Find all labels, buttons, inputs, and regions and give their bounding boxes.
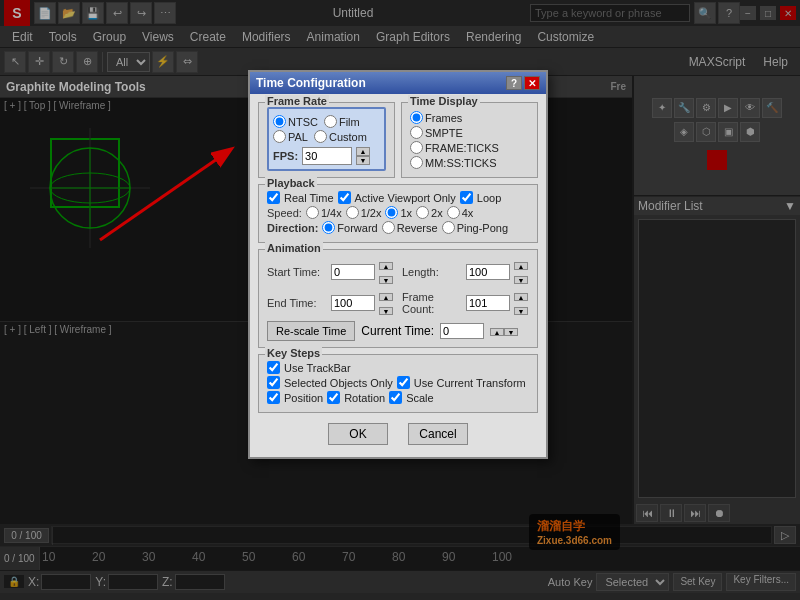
end-time-label: End Time: — [267, 297, 327, 309]
end-time-spinner[interactable]: ▲▼ — [379, 289, 394, 317]
key-steps-title: Key Steps — [265, 347, 322, 359]
fc-dn[interactable]: ▼ — [514, 307, 528, 315]
realtime-checkbox[interactable] — [267, 191, 280, 204]
smpte-radio[interactable]: SMPTE — [410, 126, 529, 139]
frame-count-spinner[interactable]: ▲▼ — [514, 289, 529, 317]
speed-2x-label: 2x — [431, 207, 443, 219]
end-time-input[interactable] — [331, 295, 375, 311]
film-label: Film — [339, 116, 360, 128]
position-label: Position — [284, 392, 323, 404]
loop-label: Loop — [477, 192, 501, 204]
use-trackbar-label: Use TrackBar — [284, 362, 351, 374]
ok-button[interactable]: OK — [328, 423, 388, 445]
frames-label: Frames — [425, 112, 462, 124]
use-trackbar-row: Use TrackBar — [267, 361, 529, 374]
speed-1-2-label: 1/2x — [361, 207, 382, 219]
length-label: Length: — [402, 266, 462, 278]
dialog-footer: OK Cancel — [258, 419, 538, 449]
time-display-options: Frames SMPTE FRAME:TICKS MM:SS:TICKS — [410, 107, 529, 169]
fc-up[interactable]: ▲ — [514, 293, 528, 301]
speed-1-2[interactable]: 1/2x — [346, 206, 382, 219]
frame-ticks-label: FRAME:TICKS — [425, 142, 499, 154]
playback-section: Playback Real Time Active Viewport Only … — [258, 184, 538, 243]
rotation-checkbox[interactable] — [327, 391, 340, 404]
direction-pingpong[interactable]: Ping-Pong — [442, 221, 508, 234]
custom-label: Custom — [329, 131, 367, 143]
ct-dn[interactable]: ▼ — [504, 328, 518, 336]
speed-4x[interactable]: 4x — [447, 206, 474, 219]
active-viewport-checkbox[interactable] — [338, 191, 351, 204]
speed-label: Speed: — [267, 207, 302, 219]
fps-row: FPS: ▲ ▼ — [273, 147, 380, 165]
len-dn[interactable]: ▼ — [514, 276, 528, 284]
frame-rate-title: Frame Rate — [265, 95, 329, 107]
reverse-label: Reverse — [397, 222, 438, 234]
dialog-help-btn[interactable]: ? — [506, 76, 522, 90]
st-dn[interactable]: ▼ — [379, 276, 393, 284]
speed-1-4-label: 1/4x — [321, 207, 342, 219]
fps-label: FPS: — [273, 150, 298, 162]
fr-row-2: PAL Custom — [273, 130, 380, 143]
len-up[interactable]: ▲ — [514, 262, 528, 270]
scale-label: Scale — [406, 392, 434, 404]
fps-up-btn[interactable]: ▲ — [356, 147, 370, 156]
playback-options-row: Real Time Active Viewport Only Loop — [267, 191, 529, 204]
ct-up[interactable]: ▲ — [490, 328, 504, 336]
speed-4x-label: 4x — [462, 207, 474, 219]
fps-spinner[interactable]: ▲ ▼ — [356, 147, 370, 165]
custom-radio[interactable]: Custom — [314, 130, 367, 143]
pal-radio[interactable]: PAL — [273, 130, 308, 143]
scale-checkbox[interactable] — [389, 391, 402, 404]
animation-title: Animation — [265, 242, 323, 254]
loop-checkbox[interactable] — [460, 191, 473, 204]
current-time-label: Current Time: — [361, 324, 434, 338]
selected-objects-checkbox[interactable] — [267, 376, 280, 389]
selected-objects-row: Selected Objects Only Use Current Transf… — [267, 376, 529, 389]
ntsc-radio[interactable]: NTSC — [273, 115, 318, 128]
direction-forward[interactable]: Forward — [322, 221, 377, 234]
current-time-spinner[interactable]: ▲▼ — [490, 324, 518, 338]
active-viewport-label: Active Viewport Only — [355, 192, 456, 204]
frames-radio[interactable]: Frames — [410, 111, 529, 124]
pal-label: PAL — [288, 131, 308, 143]
rotation-label: Rotation — [344, 392, 385, 404]
start-time-input[interactable] — [331, 264, 375, 280]
smpte-label: SMPTE — [425, 127, 463, 139]
frame-ticks-radio[interactable]: FRAME:TICKS — [410, 141, 529, 154]
speed-1x-label: 1x — [400, 207, 412, 219]
realtime-label: Real Time — [284, 192, 334, 204]
selected-objects-label: Selected Objects Only — [284, 377, 393, 389]
et-dn[interactable]: ▼ — [379, 307, 393, 315]
current-time-input[interactable] — [440, 323, 484, 339]
direction-row: Direction: Forward Reverse Ping-Pong — [267, 221, 529, 234]
fps-input[interactable] — [302, 147, 352, 165]
speed-1x[interactable]: 1x — [385, 206, 412, 219]
length-spinner[interactable]: ▲▼ — [514, 258, 529, 286]
rescale-button[interactable]: Re-scale Time — [267, 321, 355, 341]
frame-rate-options: NTSC Film PAL — [267, 107, 386, 171]
dialog-titlebar: Time Configuration ? ✕ — [250, 72, 546, 94]
dialog-title: Time Configuration — [256, 76, 366, 90]
dialog-close-btn[interactable]: ✕ — [524, 76, 540, 90]
film-radio[interactable]: Film — [324, 115, 360, 128]
speed-2x[interactable]: 2x — [416, 206, 443, 219]
mm-ss-radio[interactable]: MM:SS:TICKS — [410, 156, 529, 169]
st-up[interactable]: ▲ — [379, 262, 393, 270]
position-checkbox[interactable] — [267, 391, 280, 404]
frame-rate-section: Frame Rate NTSC Film — [258, 102, 395, 178]
direction-reverse[interactable]: Reverse — [382, 221, 438, 234]
length-input[interactable] — [466, 264, 510, 280]
start-time-spinner[interactable]: ▲▼ — [379, 258, 394, 286]
cancel-button[interactable]: Cancel — [408, 423, 468, 445]
use-current-transform-label: Use Current Transform — [414, 377, 526, 389]
rescale-row: Re-scale Time Current Time: ▲▼ — [267, 321, 529, 341]
speed-1-4[interactable]: 1/4x — [306, 206, 342, 219]
use-trackbar-checkbox[interactable] — [267, 361, 280, 374]
mm-ss-label: MM:SS:TICKS — [425, 157, 497, 169]
dialog-titlebar-buttons: ? ✕ — [506, 76, 540, 90]
use-current-transform-checkbox[interactable] — [397, 376, 410, 389]
et-up[interactable]: ▲ — [379, 293, 393, 301]
fps-down-btn[interactable]: ▼ — [356, 156, 370, 165]
dialog-top-row: Frame Rate NTSC Film — [258, 102, 538, 184]
frame-count-input[interactable] — [466, 295, 510, 311]
